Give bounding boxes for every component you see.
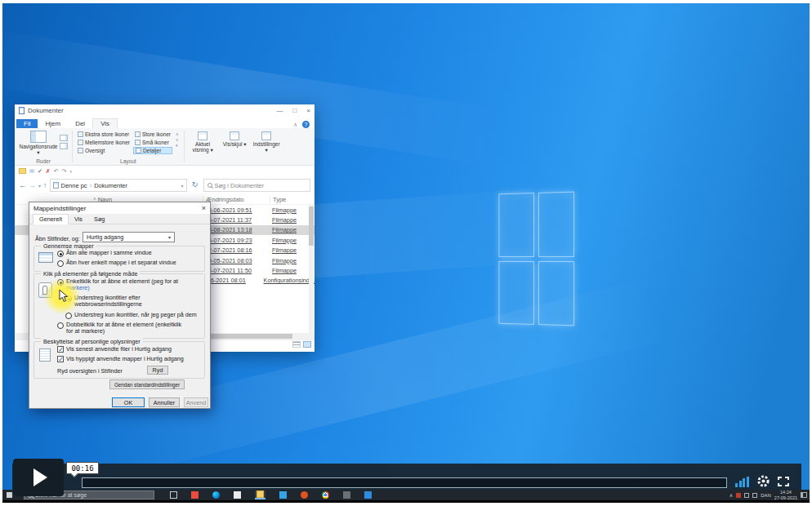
tray-expand-icon[interactable]: ∧ (729, 492, 733, 498)
check-icon[interactable]: ✔ (38, 168, 42, 175)
tab-generelt[interactable]: Generelt (33, 214, 69, 224)
layout-option-extra-large-icons[interactable]: Ekstra store ikoner (76, 131, 132, 138)
scroll-up-icon[interactable]: ∧ (176, 131, 179, 136)
notification-center-icon[interactable] (801, 492, 807, 498)
edge-browser-icon[interactable] (212, 491, 220, 499)
taskbar-app-icon[interactable] (364, 491, 372, 499)
delete-icon[interactable]: ✗ (46, 168, 51, 175)
tab-vis[interactable]: Vis (92, 118, 118, 128)
tab-hjem[interactable]: Hjem (38, 119, 68, 128)
tab-fil[interactable]: Fil (16, 119, 38, 128)
radio-separate-window[interactable]: Åbn hver enkelt mappe i et separat vindu… (57, 260, 176, 267)
settings-gear-icon[interactable] (756, 474, 770, 488)
ok-button[interactable]: OK (112, 397, 145, 407)
volume-icon[interactable] (735, 477, 749, 487)
options-icon (261, 131, 271, 140)
taskbar-app-icon[interactable] (301, 491, 308, 499)
tray-app-icon[interactable] (744, 493, 749, 498)
details-view-icon (136, 148, 141, 153)
column-header-type[interactable]: Type (270, 196, 315, 203)
layout-option-label: Oversigt (85, 148, 105, 153)
radio-same-window[interactable]: Åbn alle mapper i samme vindue (57, 250, 152, 257)
history-dropdown-icon[interactable]: ▾ (38, 183, 41, 189)
seek-bar[interactable] (82, 477, 727, 488)
layout-option-large-icons[interactable]: Store ikoner (133, 131, 172, 138)
open-explorer-select[interactable]: Hurtig adgang ▾ (83, 232, 175, 242)
radio-icon[interactable] (57, 260, 64, 267)
breadcrumb-root[interactable]: Denne pc (61, 182, 87, 189)
forward-icon[interactable]: → (29, 181, 36, 189)
scrollbar-thumb[interactable] (309, 206, 314, 246)
scroll-down-icon[interactable]: ∨ (176, 137, 179, 142)
search-input[interactable]: Søg i Dokumenter (203, 179, 310, 192)
ribbon-group-label: Layout (73, 158, 184, 164)
large-icons-view-toggle[interactable] (303, 341, 311, 348)
taskbar-app-icon[interactable] (343, 491, 350, 499)
current-view-button[interactable]: Aktuel visning ▾ (188, 131, 218, 158)
details-view-toggle[interactable] (292, 341, 301, 348)
checkbox-recent-files[interactable]: Vis senest anvendte filer i Hurtig adgan… (57, 346, 172, 353)
maximize-icon[interactable]: □ (292, 107, 297, 114)
vertical-scrollbar[interactable] (309, 205, 314, 333)
radio-icon[interactable] (65, 313, 72, 319)
chevron-down-icon[interactable]: ▾ (69, 169, 72, 174)
folder-icon[interactable] (19, 168, 26, 174)
radio-icon[interactable] (57, 322, 64, 329)
tray-app-icon[interactable] (736, 493, 741, 498)
play-button[interactable] (13, 459, 64, 496)
start-button-icon[interactable] (7, 492, 12, 498)
language-indicator[interactable]: DAN (761, 493, 771, 498)
undo-icon[interactable]: ↶ (54, 168, 59, 175)
clear-button[interactable]: Ryd (147, 366, 168, 375)
breadcrumb-current[interactable]: Dokumenter (94, 182, 127, 189)
cancel-button[interactable]: Annuller (149, 397, 180, 407)
radio-icon[interactable] (57, 251, 64, 257)
up-icon[interactable]: ↑ (43, 181, 47, 189)
back-icon[interactable]: ← (19, 181, 26, 189)
radio-underline-browser[interactable]: Understreg ikontitler efter webbrowserin… (65, 295, 171, 308)
layout-option-list[interactable]: Oversigt (76, 147, 132, 154)
checkbox-icon[interactable] (57, 356, 64, 362)
close-icon[interactable]: × (202, 204, 206, 212)
layout-option-medium-icons[interactable]: Mellemstore ikoner (76, 139, 132, 146)
redo-icon[interactable]: ↷ (62, 168, 67, 175)
task-view-icon[interactable] (170, 491, 177, 499)
address-dropdown-icon[interactable]: ▾ (181, 183, 184, 189)
restore-defaults-button[interactable]: Gendan standardindstillinger (109, 380, 185, 389)
taskbar-app-icon[interactable] (279, 491, 287, 499)
show-hide-button[interactable]: Vis/skjul ▾ (220, 131, 250, 158)
radio-icon[interactable] (57, 279, 64, 286)
tab-soeg[interactable]: Søg (88, 215, 110, 224)
checkbox-frequent-folders[interactable]: Vis hyppigt anvendte mapper i Hurtig adg… (57, 356, 184, 362)
fullscreen-icon[interactable] (778, 477, 789, 486)
minimize-icon[interactable]: — (276, 107, 283, 114)
collapse-ribbon-icon[interactable]: ∧ (293, 122, 297, 128)
layout-option-small-icons[interactable]: Små ikoner (133, 139, 172, 146)
tab-del[interactable]: Del (68, 119, 92, 128)
address-input[interactable]: Denne pc › Dokumenter ▾ (50, 179, 187, 192)
ribbon-group-label: Ruder (15, 158, 72, 164)
radio-single-click[interactable]: Enkeltklik for at åbne et element (peg f… (57, 278, 195, 292)
chrome-browser-icon[interactable] (322, 491, 329, 499)
navigation-pane-button[interactable]: Navigationsrude ▾ (18, 131, 59, 158)
options-button[interactable]: Indstillinger ▾ (252, 131, 282, 158)
taskbar-app-icon[interactable] (191, 491, 199, 499)
taskbar-app-icon[interactable] (234, 491, 241, 499)
preview-pane-button[interactable] (60, 135, 68, 141)
share-icon[interactable]: ✉ (29, 168, 34, 175)
file-explorer-taskbar-icon-active[interactable] (255, 490, 265, 499)
details-pane-button[interactable] (60, 143, 68, 149)
radio-underline-hover[interactable]: Understreg kun ikontitler, når jeg peger… (65, 312, 197, 319)
more-options-icon[interactable]: ▾ (176, 143, 179, 148)
radio-double-click[interactable]: Dobbeltklik for at åbne et element (enke… (57, 322, 189, 335)
help-icon[interactable]: ? (302, 121, 310, 128)
tab-vis[interactable]: Vis (69, 215, 88, 224)
checkbox-icon[interactable] (57, 346, 64, 353)
refresh-icon[interactable]: ↻ (190, 179, 201, 192)
layout-option-details[interactable]: Detaljer (133, 147, 172, 154)
search-icon (207, 183, 212, 188)
column-header-modified[interactable]: Ændringsdato (203, 196, 270, 203)
close-icon[interactable]: × (306, 107, 310, 114)
network-icon[interactable] (752, 493, 757, 498)
taskbar-clock[interactable]: 14:24 27-09-2021 (774, 490, 797, 499)
